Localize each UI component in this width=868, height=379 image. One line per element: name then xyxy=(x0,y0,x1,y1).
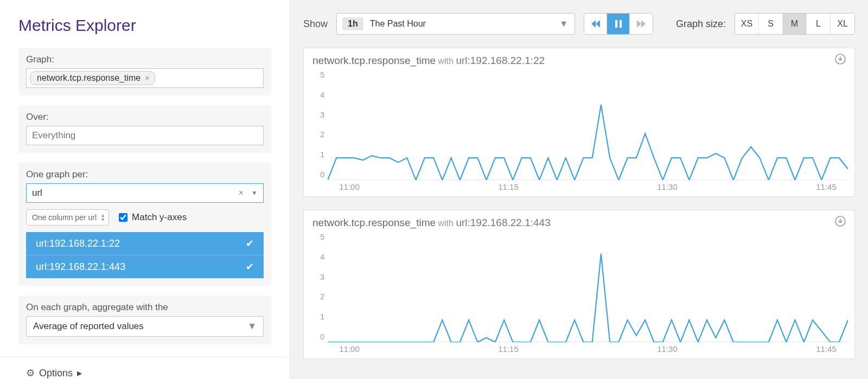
size-button-m[interactable]: M xyxy=(783,14,807,34)
match-y-axes-checkbox[interactable]: Match y-axes xyxy=(119,212,187,223)
chart-card: network.tcp.response_time with url:192.1… xyxy=(303,210,855,359)
x-axis-labels: 11:0011:1511:3011:45 xyxy=(328,180,848,194)
charts-container: network.tcp.response_time with url:192.1… xyxy=(303,48,855,359)
options-toggle[interactable]: ⚙ Options ▸ xyxy=(0,357,290,379)
one-graph-per-label: One graph per: xyxy=(26,169,264,180)
check-icon: ✔ xyxy=(246,261,254,273)
chart-with: with xyxy=(436,56,456,66)
one-column-per-select[interactable]: One column per url ▲▼ xyxy=(26,209,109,226)
size-button-xl[interactable]: XL xyxy=(831,14,854,34)
aggregate-select[interactable]: Average of reported values ▼ xyxy=(26,316,264,337)
options-label: Options xyxy=(39,368,73,379)
one-graph-per-select[interactable]: url × ▼ xyxy=(26,183,264,203)
aggregate-label: On each graph, aggregate with the xyxy=(26,302,264,313)
download-icon[interactable] xyxy=(835,54,846,67)
plot-area: 11:0011:1511:3011:45 xyxy=(328,69,848,194)
chart-with: with xyxy=(436,219,456,228)
sidebar: Metrics Explorer Graph: network.tcp.resp… xyxy=(0,0,290,379)
chart-tag: url:192.168.22.1:22 xyxy=(456,55,545,66)
chevron-right-icon: ▸ xyxy=(77,367,82,379)
size-button-xs[interactable]: XS xyxy=(735,14,759,34)
url-item[interactable]: url:192.168.22.1:22✔ xyxy=(26,232,264,255)
graph-section: Graph: network.tcp.response_time × xyxy=(18,48,271,95)
over-section: Over: xyxy=(18,105,271,153)
page-title: Metrics Explorer xyxy=(0,0,290,48)
graph-size-buttons: XSSMLXL xyxy=(735,13,855,35)
remove-token-icon[interactable]: × xyxy=(145,74,149,82)
url-item-label: url:192.168.22.1:22 xyxy=(36,238,120,249)
size-button-l[interactable]: L xyxy=(807,14,831,34)
match-y-axes-label: Match y-axes xyxy=(132,212,187,223)
graph-metric-input[interactable]: network.tcp.response_time × xyxy=(26,68,264,88)
chevron-down-icon[interactable]: ▼ xyxy=(247,321,257,332)
url-list: url:192.168.22.1:22✔url:192.168.22.1:443… xyxy=(26,232,264,278)
chart-body: 54321011:0011:1511:3011:45 xyxy=(310,69,848,194)
check-icon: ✔ xyxy=(246,237,254,249)
url-item[interactable]: url:192.168.22.1:443✔ xyxy=(26,255,264,278)
forward-button[interactable] xyxy=(630,14,653,34)
stepper-icon: ▲▼ xyxy=(100,213,105,222)
over-input[interactable] xyxy=(26,126,264,145)
aggregate-section: On each graph, aggregate with the Averag… xyxy=(18,296,271,344)
show-label: Show xyxy=(303,18,328,30)
over-label: Over: xyxy=(26,112,264,123)
play-controls xyxy=(584,13,653,35)
y-axis-labels: 543210 xyxy=(310,69,328,194)
graph-label: Graph: xyxy=(26,54,264,65)
chart-tag: url:192.168.22.1:443 xyxy=(456,217,550,228)
rewind-button[interactable] xyxy=(584,14,607,34)
chart-metric: network.tcp.response_time xyxy=(312,217,436,228)
gear-icon: ⚙ xyxy=(26,367,35,379)
chart-metric: network.tcp.response_time xyxy=(312,55,436,66)
time-pill: 1h xyxy=(342,17,363,30)
svg-rect-0 xyxy=(615,20,617,28)
chart-header: network.tcp.response_time with url:192.1… xyxy=(310,215,848,232)
aggregate-value: Average of reported values xyxy=(33,321,144,332)
y-axis-labels: 543210 xyxy=(310,232,328,356)
x-axis-labels: 11:0011:1511:3011:45 xyxy=(328,342,848,356)
one-graph-per-value: url xyxy=(32,188,42,198)
download-icon[interactable] xyxy=(835,216,846,229)
chart-body: 54321011:0011:1511:3011:45 xyxy=(310,232,848,356)
graph-size-label: Graph size: xyxy=(676,18,726,30)
clear-icon[interactable]: × xyxy=(239,188,244,198)
chevron-down-icon[interactable]: ▼ xyxy=(251,189,258,197)
chevron-down-icon[interactable]: ▼ xyxy=(559,19,568,29)
chart-header: network.tcp.response_time with url:192.1… xyxy=(310,53,848,69)
metric-token[interactable]: network.tcp.response_time × xyxy=(30,71,155,85)
main-panel: Show 1h The Past Hour ▼ Graph size: XSSM… xyxy=(290,0,868,379)
metric-token-label: network.tcp.response_time xyxy=(37,73,141,83)
one-graph-per-section: One graph per: url × ▼ One column per ur… xyxy=(18,163,271,286)
match-y-axes-input[interactable] xyxy=(119,213,127,222)
toolbar: Show 1h The Past Hour ▼ Graph size: XSSM… xyxy=(303,13,855,35)
size-button-s[interactable]: S xyxy=(759,14,783,34)
pause-button[interactable] xyxy=(607,14,630,34)
time-text: The Past Hour xyxy=(370,19,426,29)
svg-rect-1 xyxy=(620,20,622,28)
chart-card: network.tcp.response_time with url:192.1… xyxy=(303,48,855,197)
plot-area: 11:0011:1511:3011:45 xyxy=(328,232,848,356)
url-item-label: url:192.168.22.1:443 xyxy=(36,261,125,273)
one-column-per-label: One column per url xyxy=(32,213,97,222)
time-range-picker[interactable]: 1h The Past Hour ▼ xyxy=(336,13,575,35)
